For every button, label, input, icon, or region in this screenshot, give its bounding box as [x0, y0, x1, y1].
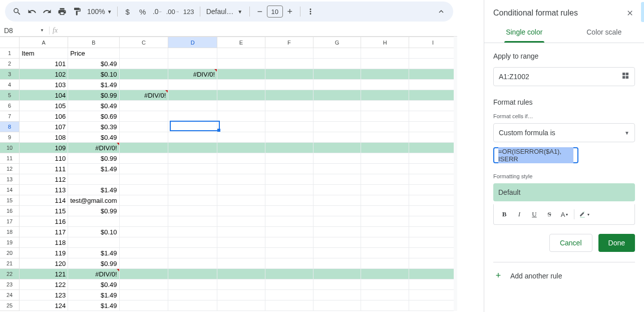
cell-B8[interactable]: $0.39 — [68, 122, 119, 132]
cell-D25[interactable] — [168, 300, 217, 311]
cell-H14[interactable] — [361, 185, 409, 195]
cell-D19[interactable] — [168, 237, 217, 248]
cell-E4[interactable] — [217, 80, 265, 90]
cell-C7[interactable] — [119, 111, 168, 122]
row-header-7[interactable]: 7 — [0, 111, 20, 122]
cell-F7[interactable] — [265, 111, 313, 122]
cell-G20[interactable] — [313, 248, 361, 258]
cell-H16[interactable] — [361, 206, 409, 216]
cell-B4[interactable]: $1.49 — [68, 80, 119, 90]
strikethrough-button[interactable]: S — [542, 208, 557, 220]
cell-B12[interactable]: $1.49 — [68, 164, 119, 174]
cell-I17[interactable] — [409, 216, 457, 227]
cell-F14[interactable] — [265, 185, 313, 195]
cell-F23[interactable] — [265, 279, 313, 290]
cell-D10[interactable] — [168, 143, 217, 153]
cell-F2[interactable] — [265, 59, 313, 69]
cell-I22[interactable] — [409, 269, 457, 279]
range-input[interactable]: A1:Z1002 — [493, 67, 635, 86]
cell-C16[interactable] — [119, 206, 168, 216]
cell-C6[interactable] — [119, 101, 168, 111]
cell-I10[interactable] — [409, 143, 457, 153]
cell-F5[interactable] — [265, 90, 313, 101]
cell-A22[interactable]: 121 — [20, 269, 68, 279]
cell-H15[interactable] — [361, 195, 409, 206]
cell-D2[interactable] — [168, 59, 217, 69]
cell-F19[interactable] — [265, 237, 313, 248]
row-header-22[interactable]: 22 — [0, 269, 20, 279]
row-header-14[interactable]: 14 — [0, 185, 20, 195]
cell-E3[interactable] — [217, 69, 265, 80]
cell-E21[interactable] — [217, 258, 265, 269]
cell-H22[interactable] — [361, 269, 409, 279]
cell-C18[interactable] — [119, 227, 168, 237]
cell-E7[interactable] — [217, 111, 265, 122]
underline-button[interactable]: U — [527, 208, 542, 220]
cell-G17[interactable] — [313, 216, 361, 227]
cell-E18[interactable] — [217, 227, 265, 237]
cell-A3[interactable]: 102 — [20, 69, 68, 80]
cell-F12[interactable] — [265, 164, 313, 174]
cell-H24[interactable] — [361, 290, 409, 300]
font-dropdown[interactable]: Defaul…▼ — [203, 8, 246, 16]
cell-B10[interactable]: #DIV/0! — [68, 143, 119, 153]
zoom-dropdown[interactable]: 100%▼ — [85, 8, 114, 16]
cell-E9[interactable] — [217, 132, 265, 143]
row-header-1[interactable]: 1 — [0, 48, 20, 59]
cell-F13[interactable] — [265, 174, 313, 185]
cell-B18[interactable]: $0.10 — [68, 227, 119, 237]
cell-A14[interactable]: 113 — [20, 185, 68, 195]
cell-D6[interactable] — [168, 101, 217, 111]
cell-C17[interactable] — [119, 216, 168, 227]
cell-F24[interactable] — [265, 290, 313, 300]
print-icon[interactable] — [55, 5, 69, 19]
column-header-D[interactable]: D — [168, 37, 217, 48]
cell-H6[interactable] — [361, 101, 409, 111]
cell-B15[interactable]: test@gmail.com — [68, 195, 119, 206]
cell-F10[interactable] — [265, 143, 313, 153]
cell-H25[interactable] — [361, 300, 409, 311]
undo-icon[interactable] — [25, 5, 39, 19]
cell-D4[interactable] — [168, 80, 217, 90]
tab-single-color[interactable]: Single color — [484, 22, 564, 43]
cell-C9[interactable] — [119, 132, 168, 143]
cell-H4[interactable] — [361, 80, 409, 90]
column-header-E[interactable]: E — [217, 37, 265, 48]
cell-I12[interactable] — [409, 164, 457, 174]
cell-D1[interactable] — [168, 48, 217, 59]
column-header-A[interactable]: A — [20, 37, 68, 48]
close-icon[interactable] — [625, 8, 635, 18]
cell-H21[interactable] — [361, 258, 409, 269]
cell-C8[interactable] — [119, 122, 168, 132]
row-header-23[interactable]: 23 — [0, 279, 20, 290]
cell-I8[interactable] — [409, 122, 457, 132]
cell-H10[interactable] — [361, 143, 409, 153]
cell-C23[interactable] — [119, 279, 168, 290]
cell-I11[interactable] — [409, 153, 457, 164]
cell-E10[interactable] — [217, 143, 265, 153]
cell-D20[interactable] — [168, 248, 217, 258]
cell-B16[interactable]: $0.99 — [68, 206, 119, 216]
cell-B7[interactable]: $0.69 — [68, 111, 119, 122]
cell-A4[interactable]: 103 — [20, 80, 68, 90]
row-header-15[interactable]: 15 — [0, 195, 20, 206]
grid-icon[interactable] — [621, 72, 629, 82]
cell-F6[interactable] — [265, 101, 313, 111]
cell-C1[interactable] — [119, 48, 168, 59]
row-header-5[interactable]: 5 — [0, 90, 20, 101]
cell-C13[interactable] — [119, 174, 168, 185]
text-color-button[interactable]: A▾ — [557, 208, 572, 220]
cell-F11[interactable] — [265, 153, 313, 164]
cell-B11[interactable]: $0.99 — [68, 153, 119, 164]
currency-format-button[interactable]: $ — [121, 5, 135, 19]
column-header-C[interactable]: C — [119, 37, 168, 48]
side-panel-toggle[interactable] — [641, 2, 644, 22]
row-header-25[interactable]: 25 — [0, 300, 20, 311]
cell-C10[interactable] — [119, 143, 168, 153]
cell-D11[interactable] — [168, 153, 217, 164]
row-header-9[interactable]: 9 — [0, 132, 20, 143]
cell-D8[interactable] — [168, 122, 217, 132]
cell-E20[interactable] — [217, 248, 265, 258]
cell-I25[interactable] — [409, 300, 457, 311]
cell-C5[interactable]: #DIV/0! — [119, 90, 168, 101]
